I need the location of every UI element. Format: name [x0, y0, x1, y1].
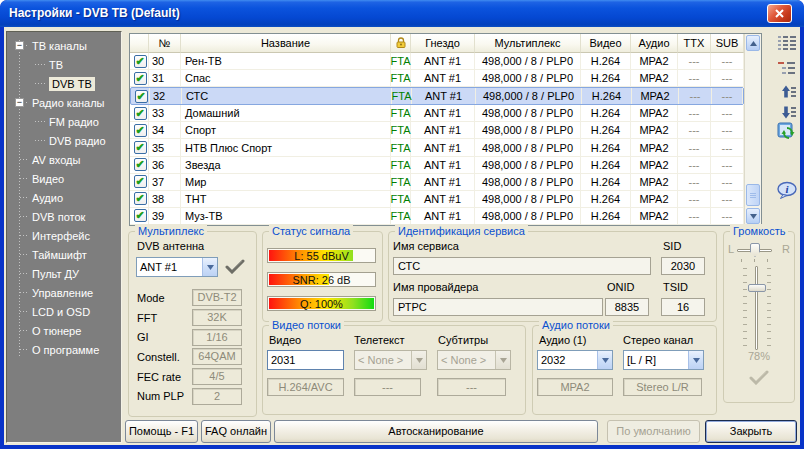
- web-update-button[interactable]: [775, 121, 799, 143]
- sidebar-item-radio-channels[interactable]: −Радио каналы: [7, 93, 121, 112]
- table-row[interactable]: ✔36ЗвездаFTAANT #1498,000 / 8 / PLP0H.26…: [130, 157, 744, 174]
- cell-name: Муз-ТВ: [181, 208, 391, 224]
- sidebar-item-tv[interactable]: ТВ: [7, 55, 121, 74]
- service-panel-title: Идентификация сервиса: [395, 224, 528, 238]
- antenna-apply-button[interactable]: [225, 259, 245, 276]
- audio-pid-select[interactable]: 2032: [537, 350, 613, 370]
- collapse-icon[interactable]: −: [15, 41, 24, 50]
- column-header-socket[interactable]: Гнездо: [411, 34, 475, 53]
- table-row[interactable]: ✔33ДомашнийFTAANT #1498,000 / 8 / PLP0H.…: [130, 105, 744, 122]
- channel-checkbox[interactable]: ✔: [134, 192, 147, 205]
- column-header-mux[interactable]: Мультиплекс: [475, 34, 581, 53]
- column-header-sub[interactable]: SUB: [711, 34, 744, 53]
- sidebar-item-label: FM радио: [49, 116, 99, 128]
- scroll-down-button[interactable]: [746, 208, 760, 224]
- cell-video: H.264: [581, 70, 631, 86]
- cell-sub: ---: [711, 122, 744, 138]
- channel-checkbox[interactable]: ✔: [134, 141, 147, 154]
- sidebar-item-av-inputs[interactable]: AV входы: [7, 150, 121, 169]
- channel-checkbox[interactable]: ✔: [135, 90, 148, 103]
- mux-field-value: 64QAM: [192, 348, 242, 365]
- info-button[interactable]: i: [775, 179, 799, 201]
- sidebar-item-tv-channels[interactable]: −ТВ каналы: [7, 36, 121, 55]
- move-down-icon: [778, 105, 796, 120]
- channel-checkbox[interactable]: ✔: [134, 209, 147, 222]
- sidebar-item-about-tuner[interactable]: О тюнере: [7, 321, 121, 340]
- chevron-down-icon[interactable]: [688, 351, 703, 369]
- subtitles-select: < None >: [437, 350, 511, 370]
- chevron-down-icon[interactable]: [202, 258, 217, 276]
- table-row[interactable]: ✔39Муз-ТВFTAANT #1498,000 / 8 / PLP0H.26…: [130, 208, 744, 225]
- channel-checkbox[interactable]: ✔: [134, 107, 147, 120]
- table-row[interactable]: ✔31СпасFTAANT #1498,000 / 8 / PLP0H.264M…: [130, 70, 744, 87]
- mux-field-row: ModeDVB-T2: [137, 288, 242, 308]
- table-scrollbar[interactable]: [744, 34, 761, 225]
- column-header-audio[interactable]: Аудио: [631, 34, 678, 53]
- tick-mark: [743, 268, 747, 269]
- scroll-thumb[interactable]: [746, 184, 760, 206]
- mux-field-value: DVB-T2: [192, 289, 242, 306]
- table-row[interactable]: ✔37МирFTAANT #1498,000 / 8 / PLP0H.264MP…: [130, 174, 744, 191]
- close-button[interactable]: [767, 4, 792, 23]
- collapse-icon[interactable]: −: [15, 98, 24, 107]
- sidebar-item-timeshift[interactable]: Таймшифт: [7, 245, 121, 264]
- channel-checkbox[interactable]: ✔: [134, 55, 147, 68]
- move-down-button[interactable]: [775, 101, 799, 123]
- tick-mark: [767, 310, 771, 311]
- channel-checkbox[interactable]: ✔: [134, 175, 147, 188]
- sidebar-item-fm-radio[interactable]: FM радио: [7, 112, 121, 131]
- antenna-select[interactable]: ANT #1: [136, 257, 218, 277]
- column-header-video[interactable]: Видео: [581, 34, 631, 53]
- title-bar[interactable]: Настройки - DVB ТВ (Default): [0, 0, 804, 27]
- check-icon: [749, 370, 769, 385]
- sidebar-item-video[interactable]: Видео: [7, 169, 121, 188]
- table-row[interactable]: ✔38ТНТFTAANT #1498,000 / 8 / PLP0H.264MP…: [130, 191, 744, 208]
- renumber-list-button[interactable]: [775, 57, 799, 79]
- column-header-lock[interactable]: [391, 34, 411, 53]
- sidebar-item-about-app[interactable]: О программе: [7, 340, 121, 359]
- sidebar-item-dvb-radio[interactable]: DVB радио: [7, 131, 121, 150]
- tick-mark: [743, 275, 747, 276]
- cell-name: Рен-ТВ: [181, 53, 391, 69]
- sidebar-item-interface[interactable]: Интерфейс: [7, 226, 121, 245]
- table-row[interactable]: ✔34СпортFTAANT #1498,000 / 8 / PLP0H.264…: [130, 122, 744, 139]
- table-row[interactable]: ✔30Рен-ТВFTAANT #1498,000 / 8 / PLP0H.26…: [130, 53, 744, 70]
- close-dialog-button[interactable]: Закрыть: [705, 420, 797, 443]
- mux-panel: Мультиплекс DVB антенна ANT #1 ModeDVB-T…: [128, 231, 257, 417]
- volume-slider[interactable]: [755, 266, 758, 350]
- autoscan-button[interactable]: Автосканирование: [274, 420, 598, 443]
- column-header-ttx[interactable]: TTX: [678, 34, 711, 53]
- cell-video: H.264: [581, 139, 631, 155]
- mux-field-row: Num PLP2: [137, 386, 242, 406]
- cell-num: 37: [149, 174, 181, 190]
- channel-checkbox[interactable]: ✔: [134, 124, 147, 137]
- scroll-up-button[interactable]: [746, 35, 760, 51]
- stereo-select[interactable]: [L / R]: [623, 350, 704, 370]
- cell-audio: MPA2: [632, 88, 679, 104]
- chevron-down-icon[interactable]: [597, 351, 612, 369]
- cell-ttx: ---: [678, 105, 711, 121]
- sidebar-item-dvb-tv[interactable]: DVB ТВ: [7, 74, 121, 93]
- channel-list-button[interactable]: [775, 32, 799, 54]
- column-header-name[interactable]: Название: [181, 34, 391, 53]
- channel-checkbox[interactable]: ✔: [134, 158, 147, 171]
- column-header-checkbox[interactable]: [130, 34, 149, 53]
- move-up-button[interactable]: [775, 80, 799, 102]
- channel-checkbox[interactable]: ✔: [134, 72, 147, 85]
- sidebar-item-control[interactable]: Управление: [7, 283, 121, 302]
- balance-thumb[interactable]: [750, 243, 760, 257]
- sidebar-item-audio[interactable]: Аудио: [7, 188, 121, 207]
- volume-panel-title: Громкость: [730, 224, 788, 238]
- video-pid-input[interactable]: [267, 350, 344, 370]
- volume-thumb[interactable]: [748, 284, 766, 292]
- sidebar-item-remote[interactable]: Пульт ДУ: [7, 264, 121, 283]
- table-row[interactable]: ✔35НТВ Плюс СпортFTAANT #1498,000 / 8 / …: [130, 139, 744, 156]
- sidebar-item-dvb-stream[interactable]: DVB поток: [7, 207, 121, 226]
- help-button[interactable]: Помощь - F1: [125, 420, 198, 443]
- sidebar-item-label: Управление: [32, 287, 93, 299]
- sidebar-item-lcd-osd[interactable]: LCD и OSD: [7, 302, 121, 321]
- column-header-num[interactable]: №: [149, 34, 181, 53]
- cell-mux: 498,000 / 8 / PLP0: [475, 191, 581, 207]
- faq-button[interactable]: FAQ онлайн: [201, 420, 271, 443]
- table-row[interactable]: ✔32СТСFTAANT #1498,000 / 8 / PLP0H.264MP…: [130, 87, 744, 105]
